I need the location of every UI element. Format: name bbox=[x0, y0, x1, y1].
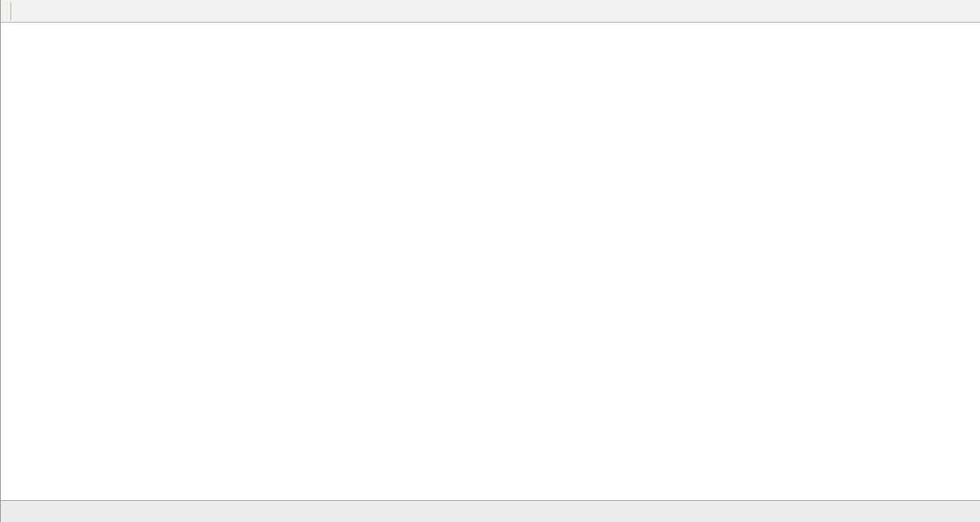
mt4-window bbox=[0, 0, 980, 522]
chart-area[interactable] bbox=[1, 0, 980, 522]
chart-tab-bar bbox=[1, 500, 980, 522]
